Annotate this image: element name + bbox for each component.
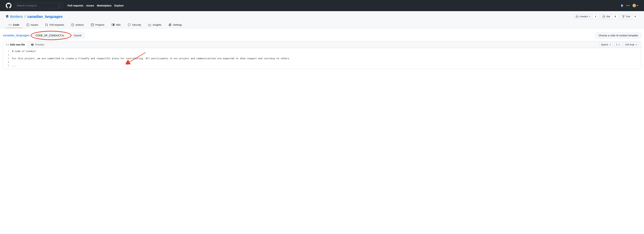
slash-key-badge: / (57, 4, 61, 7)
tab-actions[interactable]: Actions (68, 22, 86, 28)
repo-title-row: ttimbers / canadian_languages Unwatch 1 … (6, 14, 638, 19)
graph-icon (148, 23, 151, 26)
tab-issues[interactable]: Issues (24, 22, 41, 28)
user-menu[interactable] (632, 4, 638, 7)
unwatch-button[interactable]: Unwatch (574, 14, 592, 19)
tab-label: Settings (173, 23, 182, 26)
cancel-button[interactable]: Cancel (70, 33, 84, 38)
tab-label: Issues (31, 23, 38, 26)
tab-code[interactable]: Code (6, 22, 22, 28)
line-content: ... (12, 64, 641, 67)
caret-down-icon (589, 16, 590, 17)
line-number: 1 (3, 50, 12, 53)
fork-label: Fork (626, 15, 630, 18)
line-number: 3 (3, 57, 12, 60)
line-content: For this project, we are committed to cr… (12, 57, 641, 60)
project-icon (91, 23, 94, 26)
notification-indicator (622, 4, 624, 6)
select-label: Soft wrap (625, 43, 634, 46)
watch-label: Unwatch (580, 15, 588, 18)
select-label: Spaces (601, 43, 608, 46)
choose-template-button[interactable]: Choose a code of conduct template (596, 33, 641, 38)
tab-label: Pull requests (50, 23, 64, 26)
nav-pull-requests[interactable]: Pull requests (68, 4, 84, 7)
nav-marketplace[interactable]: Marketplace (97, 4, 112, 7)
tab-pull-requests[interactable]: Pull requests (42, 22, 67, 28)
code-line: 2 (3, 53, 641, 57)
line-number: 5 (3, 64, 12, 67)
tab-label: Wiki (116, 23, 120, 26)
code-editor[interactable]: 1 # Code of Conduct 2 3 For this project… (3, 48, 641, 69)
global-nav: Pull requests Issues Marketplace Explore (68, 4, 124, 7)
owner-link[interactable]: ttimbers (10, 15, 23, 19)
code-icon (8, 23, 12, 26)
tab-security[interactable]: Security (125, 22, 144, 28)
tab-label: Preview (35, 43, 44, 46)
file-breadcrumb-row: canadian_languages / Cancel Choose a cod… (3, 33, 641, 38)
tab-preview[interactable]: Preview (28, 41, 47, 48)
eye-icon (31, 43, 34, 46)
repo-actions: Unwatch 1 Star 0 Fork 0 (573, 14, 638, 19)
line-content (12, 53, 641, 57)
fork-count[interactable]: 0 (632, 14, 638, 19)
line-number: 4 (3, 60, 12, 64)
repo-nav: Code Issues Pull requests Actions Projec… (6, 22, 638, 28)
watch-button-group: Unwatch 1 (573, 14, 598, 19)
repo-header: ttimbers / canadian_languages Unwatch 1 … (0, 11, 644, 28)
editor-area: canadian_languages / Cancel Choose a cod… (0, 28, 644, 73)
gear-icon (168, 23, 172, 26)
breadcrumb-separator: / (24, 15, 26, 19)
tab-edit-new-file[interactable]: Edit new file (3, 41, 28, 48)
editor-tabs: Edit new file Preview Spaces 2 Soft wrap (3, 41, 641, 48)
filename-input-wrap (33, 33, 69, 38)
breadcrumb-separator: / (31, 34, 32, 37)
code-icon (6, 43, 9, 46)
filename-input[interactable] (33, 33, 69, 38)
repo-breadcrumb: ttimbers / canadian_languages (10, 15, 63, 19)
updown-icon (619, 44, 620, 45)
search-input[interactable] (17, 4, 56, 7)
tab-label: Insights (153, 23, 161, 26)
shield-icon (128, 23, 131, 26)
tab-label: Projects (95, 23, 104, 26)
notifications-button[interactable] (620, 4, 623, 7)
tab-wiki[interactable]: Wiki (109, 22, 124, 28)
tab-insights[interactable]: Insights (146, 22, 164, 28)
indent-mode-select[interactable]: Spaces (599, 42, 613, 47)
fork-button[interactable]: Fork (620, 14, 632, 19)
line-number: 2 (3, 53, 12, 57)
star-button-group: Star 0 (600, 14, 618, 19)
repo-root-link[interactable]: canadian_languages (3, 34, 30, 37)
eye-icon (576, 15, 578, 18)
wrap-mode-select[interactable]: Soft wrap (623, 42, 639, 47)
code-line: 1 # Code of Conduct (3, 50, 641, 53)
search-box[interactable]: / (14, 3, 63, 8)
star-label: Star (606, 15, 610, 18)
tab-projects[interactable]: Projects (88, 22, 107, 28)
nav-explore[interactable]: Explore (114, 4, 124, 7)
star-count[interactable]: 0 (612, 14, 618, 19)
fork-button-group: Fork 0 (620, 14, 638, 19)
line-content (12, 60, 641, 64)
avatar (632, 4, 636, 7)
book-icon (112, 23, 114, 26)
repo-name-link[interactable]: canadian_languages (27, 15, 63, 19)
create-menu[interactable]: + (626, 4, 630, 7)
editor-options: Spaces 2 Soft wrap (597, 42, 641, 47)
indent-size-select[interactable]: 2 (614, 42, 622, 47)
nav-issues[interactable]: Issues (86, 4, 94, 7)
code-line: 5 ... (3, 64, 641, 67)
tab-settings[interactable]: Settings (166, 22, 185, 28)
line-content: # Code of Conduct (12, 50, 641, 53)
code-line: 3 For this project, we are committed to … (3, 57, 641, 60)
star-icon (602, 15, 605, 18)
star-button[interactable]: Star (600, 14, 612, 19)
tab-label: Code (13, 23, 19, 26)
editor-box: Edit new file Preview Spaces 2 Soft wrap (3, 41, 641, 69)
fork-icon (622, 15, 625, 18)
watch-count[interactable]: 1 (592, 14, 598, 19)
global-header: / Pull requests Issues Marketplace Explo… (0, 0, 644, 11)
github-logo[interactable] (6, 3, 12, 9)
issue-icon (26, 23, 29, 26)
pr-icon (45, 23, 48, 26)
